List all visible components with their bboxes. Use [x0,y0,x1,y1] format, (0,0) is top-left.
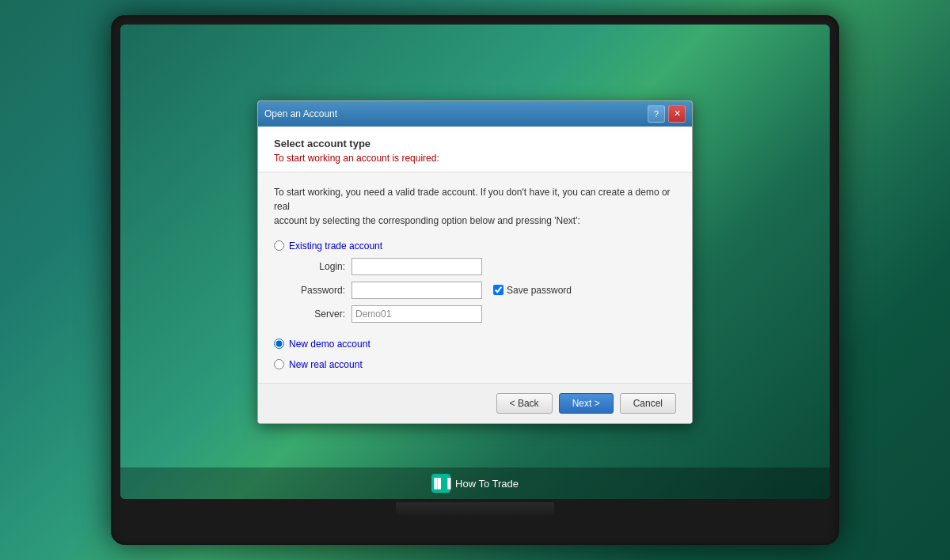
radio-existing-label[interactable]: Existing trade account [289,240,382,252]
save-password-checkbox[interactable] [493,285,504,295]
password-label: Password: [290,285,345,296]
save-password-label[interactable]: Save password [507,285,572,296]
password-row: Password: Save password [290,282,676,299]
section-body: To start working, you need a valid trade… [258,172,692,383]
password-input[interactable] [352,282,482,299]
title-controls: ? ✕ [648,105,686,123]
section-subtitle: To start working an account is required: [274,153,676,164]
radio-item-existing: Existing trade account Login: Password: [274,240,676,329]
taskbar-icon-symbol: ▐▌▐ [431,478,451,489]
form-fields: Login: Password: Save password [290,258,676,323]
dialog-title: Open an Account [264,108,337,119]
server-input[interactable] [352,305,482,323]
close-button[interactable]: ✕ [668,105,686,123]
login-row: Login: [290,258,676,275]
help-button[interactable]: ? [648,105,665,123]
server-label: Server: [290,308,345,320]
login-input[interactable] [352,258,482,275]
monitor-screen: Open an Account ? ✕ Select account type … [120,25,830,499]
radio-item-new-real[interactable]: New real account [274,359,676,370]
taskbar-logo: ▐▌▐ How To Trade [431,474,519,493]
dialog-content: Select account type To start working an … [258,127,692,383]
back-button[interactable]: < Back [496,393,553,414]
radio-new-real[interactable] [274,359,284,369]
next-button[interactable]: Next > [559,393,614,414]
dialog-titlebar: Open an Account ? ✕ [258,101,692,127]
save-password-row: Save password [493,285,572,296]
radio-item-new-demo[interactable]: New demo account [274,339,676,350]
monitor: Open an Account ? ✕ Select account type … [111,15,839,545]
dialog-window: Open an Account ? ✕ Select account type … [257,100,693,424]
desc-part1: To start working, you need a valid trade… [274,187,671,212]
dialog-footer: < Back Next > Cancel [258,383,692,423]
radio-group: Existing trade account Login: Password: [274,240,676,370]
login-label: Login: [290,261,345,272]
taskbar: ▐▌▐ How To Trade [120,467,830,499]
desc-part2: account by selecting the corresponding o… [274,215,580,226]
taskbar-icon: ▐▌▐ [431,474,450,493]
radio-existing[interactable] [274,240,284,251]
taskbar-text: How To Trade [455,478,519,490]
monitor-stand [396,502,554,518]
radio-new-real-label[interactable]: New real account [289,359,363,370]
server-row: Server: [290,305,676,323]
radio-new-demo-label[interactable]: New demo account [289,339,370,350]
cancel-button[interactable]: Cancel [620,393,676,414]
radio-new-demo[interactable] [274,339,284,349]
section-header: Select account type To start working an … [258,127,692,172]
description-text: To start working, you need a valid trade… [274,185,676,228]
section-title: Select account type [274,138,676,149]
